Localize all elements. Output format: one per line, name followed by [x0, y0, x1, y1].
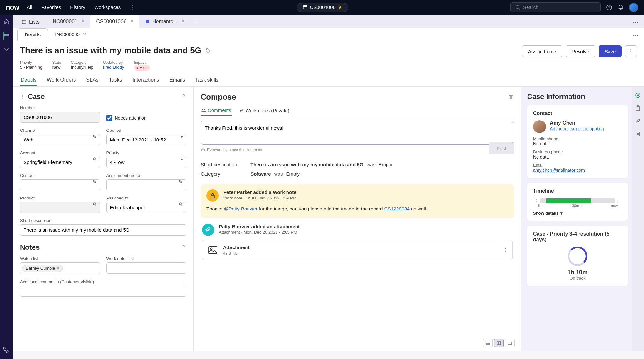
- account-field[interactable]: [20, 157, 100, 168]
- needs-attention-checkbox[interactable]: [106, 115, 112, 121]
- more-actions-button[interactable]: ⋮: [625, 45, 637, 57]
- home-icon[interactable]: [3, 18, 10, 25]
- tab-worknotes[interactable]: Work notes (Private): [239, 105, 290, 116]
- record-pill[interactable]: CS0001006 ★: [297, 3, 348, 12]
- tab-inc000001[interactable]: INC000001 ×: [45, 15, 90, 28]
- activity-subtitle: Work note · Thurs, Jan 7 2022 1:59 PM: [223, 196, 296, 200]
- attachment-more-icon[interactable]: ⋮: [503, 247, 508, 253]
- opened-field[interactable]: [106, 134, 186, 145]
- view-split-icon[interactable]: [494, 339, 504, 347]
- attachments-icon[interactable]: [634, 118, 641, 125]
- tab-label: Details: [25, 32, 41, 37]
- product-field[interactable]: [20, 202, 100, 213]
- show-details-toggle[interactable]: Show details ▾: [533, 211, 622, 216]
- phone-icon[interactable]: [2, 346, 11, 351]
- post-button[interactable]: Post: [489, 142, 514, 154]
- close-icon[interactable]: ×: [83, 32, 86, 37]
- detail-tab-interactions[interactable]: Interactions: [132, 74, 160, 86]
- add-tab-button[interactable]: +: [190, 16, 202, 28]
- nav-workspaces[interactable]: Workspaces: [94, 5, 121, 10]
- detail-tab-emails[interactable]: Emails: [169, 74, 186, 86]
- contact-avatar[interactable]: [533, 120, 546, 133]
- watch-list-field[interactable]: Barney Gumble×: [20, 262, 100, 274]
- view-card-icon[interactable]: [505, 339, 515, 347]
- close-icon[interactable]: ×: [81, 18, 85, 25]
- meta-priority-value: 5 - Planning: [20, 65, 42, 70]
- timeline-prev-icon[interactable]: 〈: [533, 198, 538, 204]
- tag-icon[interactable]: [205, 48, 211, 53]
- tab-cs00001006[interactable]: CS00001006 ×: [90, 15, 139, 28]
- meta-updated-value[interactable]: Fred Luddy: [103, 65, 124, 70]
- view-list-icon[interactable]: [483, 339, 493, 347]
- global-search[interactable]: Search: [510, 2, 601, 12]
- svg-rect-28: [240, 110, 243, 112]
- contact-name: Amy Chen: [550, 120, 604, 126]
- tab-comments[interactable]: Comments: [201, 105, 232, 116]
- assignment-group-field[interactable]: [106, 179, 186, 190]
- templates-icon[interactable]: [634, 105, 641, 112]
- save-button[interactable]: Save: [599, 45, 622, 57]
- tl-1hr: 1hr: [538, 204, 543, 208]
- subtab-details[interactable]: Details: [17, 28, 48, 41]
- email-link[interactable]: amy.chen@mailnator.com: [533, 168, 622, 173]
- timeline-next-icon[interactable]: 〉: [618, 198, 622, 204]
- collapse-icon[interactable]: ⌃: [181, 244, 186, 251]
- filter-icon[interactable]: [508, 94, 514, 101]
- nav-history[interactable]: History: [70, 5, 85, 10]
- subtabs-more-icon[interactable]: ⋯: [632, 32, 638, 39]
- close-icon[interactable]: ×: [181, 18, 185, 25]
- close-icon[interactable]: ×: [130, 18, 134, 25]
- collapse-icon[interactable]: ⌃: [181, 93, 186, 100]
- resolve-button[interactable]: Resolve: [566, 45, 595, 57]
- nav-favorites[interactable]: Favorites: [41, 5, 61, 10]
- short-desc-field[interactable]: [20, 224, 186, 236]
- record-link[interactable]: CS1229034: [384, 206, 410, 211]
- channel-field[interactable]: [20, 134, 100, 145]
- attachment-card[interactable]: Attachment 49.8 KB ⋮: [202, 240, 513, 260]
- watch-list-label: Watch list: [20, 256, 100, 261]
- help-icon[interactable]: [606, 4, 612, 11]
- activity-body: Thanks @Patty Bouvier for the image, can…: [206, 205, 508, 213]
- assigned-to-field[interactable]: [106, 202, 186, 213]
- svg-rect-37: [499, 342, 501, 345]
- tabs-more-icon[interactable]: ⋯: [632, 18, 638, 25]
- contact-field[interactable]: [20, 179, 100, 190]
- nav-all[interactable]: All: [27, 5, 32, 10]
- mention-link[interactable]: @Patty Bouvier: [224, 206, 257, 211]
- agent-assist-icon[interactable]: [634, 92, 641, 99]
- sla-card: Case - Priority 3-4 resolution (5 days) …: [527, 226, 628, 286]
- number-field[interactable]: [20, 112, 100, 123]
- priority-field[interactable]: [106, 157, 186, 168]
- main-content: ⋮Case ⌃ Number Needs attention Channel 🔍…: [13, 87, 644, 351]
- svg-point-40: [637, 95, 639, 96]
- work-notes-list-field[interactable]: [106, 262, 186, 274]
- detail-tab-taskskills[interactable]: Task skills: [195, 74, 219, 86]
- user-avatar[interactable]: [629, 3, 638, 12]
- activity-worknote: Peter Parker added a Work note Work note…: [201, 184, 514, 218]
- contact-company-link[interactable]: Advances super computing: [550, 126, 604, 131]
- list-icon[interactable]: [3, 33, 10, 39]
- detail-tab-tasks[interactable]: Tasks: [108, 74, 123, 86]
- timeline-bar[interactable]: [540, 198, 615, 203]
- mobile-label: Mobile phone: [533, 136, 622, 141]
- tab-hemantc[interactable]: Hemantc... ×: [139, 15, 190, 28]
- tab-lists[interactable]: Lists: [16, 16, 45, 28]
- subtab-inc000005[interactable]: INC000005 ×: [48, 28, 93, 41]
- compose-textarea[interactable]: Thanks Fred, this is wonderful news!: [201, 121, 514, 145]
- remove-chip-icon[interactable]: ×: [57, 266, 59, 271]
- bell-icon[interactable]: [618, 4, 624, 11]
- inbox-icon[interactable]: [3, 47, 10, 53]
- additional-comments-field[interactable]: [20, 286, 186, 297]
- svg-point-23: [510, 95, 511, 96]
- detail-tab-slas[interactable]: SLAs: [86, 74, 99, 86]
- nav-more-icon[interactable]: ⋮: [130, 5, 135, 10]
- related-records-icon[interactable]: [634, 131, 641, 138]
- star-icon[interactable]: ★: [338, 5, 342, 10]
- assign-to-me-button[interactable]: Assign to me: [522, 45, 562, 57]
- attachment-size: 49.8 KB: [223, 251, 250, 256]
- detail-tab-details[interactable]: Details: [20, 74, 37, 86]
- logo[interactable]: now: [6, 3, 19, 12]
- drag-handle-icon[interactable]: ⋮: [20, 94, 25, 99]
- list-icon: [22, 20, 26, 24]
- detail-tab-workorders[interactable]: Work Orders: [46, 74, 76, 86]
